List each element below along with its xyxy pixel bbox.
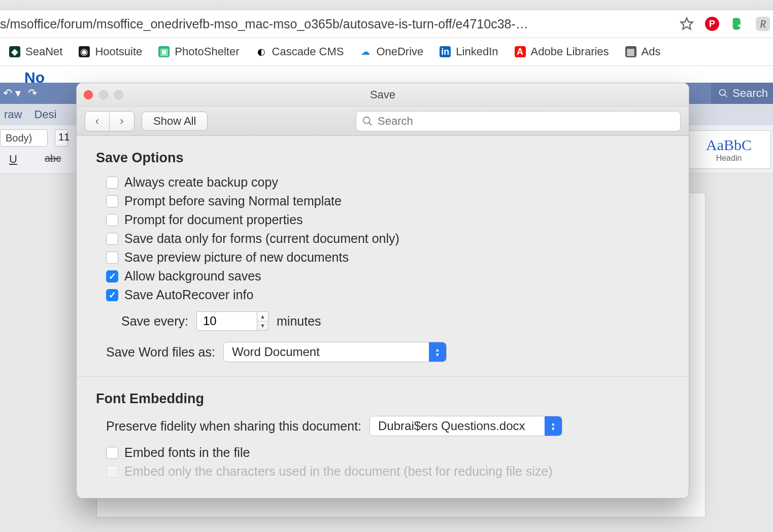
stepper-up-icon[interactable]: ▲	[257, 312, 268, 322]
font-name-combo[interactable]: Body)	[0, 129, 48, 147]
save-option-row: Save data only for forms (current docume…	[106, 231, 669, 246]
show-all-button[interactable]: Show All	[142, 112, 208, 131]
save-option-row: Prompt before saving Normal template	[106, 194, 669, 208]
save-option-label: Always create backup copy	[124, 175, 278, 190]
save-option-checkbox[interactable]	[106, 252, 118, 264]
strike-button[interactable]: abc	[45, 153, 61, 164]
save-option-row: Save preview picture of new documents	[106, 250, 669, 265]
save-option-label: Save data only for forms (current docume…	[124, 231, 399, 246]
save-every-row: Save every: ▲▼ minutes	[121, 311, 669, 331]
bookmark-onedrive[interactable]: ☁ OneDrive	[353, 42, 430, 61]
bookmark-linkedin[interactable]: in LinkedIn	[432, 42, 505, 61]
undo-icon[interactable]: ↶ ▾	[3, 87, 21, 100]
bookmark-icon: ◉	[79, 46, 90, 57]
preserve-label: Preserve fidelity when sharing this docu…	[106, 419, 361, 434]
adobe-icon: A	[515, 46, 526, 57]
search-icon	[718, 88, 728, 98]
minimize-window-button[interactable]	[99, 90, 108, 99]
bookmark-hootsuite[interactable]: ◉ Hootsuite	[72, 42, 149, 61]
font-size-combo[interactable]: 11	[55, 129, 68, 147]
bookmark-photoshelter[interactable]: ▣ PhotoShelter	[151, 42, 246, 61]
word-search[interactable]: Search	[711, 83, 773, 104]
svg-line-2	[725, 95, 727, 97]
evernote-icon[interactable]	[730, 17, 745, 31]
select-caret-icon	[545, 416, 562, 436]
bookmark-label: Cascade CMS	[272, 45, 344, 58]
save-option-checkbox[interactable]	[106, 176, 118, 189]
bookmark-adobe[interactable]: A Adobe Libraries	[508, 42, 616, 61]
save-option-label: Prompt for document properties	[124, 212, 303, 227]
linkedin-icon: in	[440, 46, 451, 57]
browser-tab-strip	[0, 0, 773, 10]
preserve-fidelity-row: Preserve fidelity when sharing this docu…	[106, 416, 669, 436]
embed-fonts-label: Embed fonts in the file	[124, 445, 250, 460]
word-search-placeholder: Search	[732, 87, 768, 100]
save-options-header: Save Options	[96, 150, 669, 166]
save-option-row: Always create backup copy	[106, 175, 669, 190]
save-option-checkbox[interactable]	[106, 195, 118, 207]
preserve-value: Dubrai$ers Questions.docx	[378, 419, 525, 433]
svg-point-3	[363, 117, 370, 123]
bookmark-label: LinkedIn	[456, 45, 498, 58]
preserve-select[interactable]: Dubrai$ers Questions.docx	[369, 416, 562, 436]
tab-design[interactable]: Desi	[34, 108, 56, 121]
save-as-select[interactable]: Word Document	[223, 342, 447, 362]
preferences-body: Save Options Always create backup copyPr…	[77, 136, 689, 493]
preferences-window: Save ‹ › Show All Save Options Always cr…	[76, 83, 689, 499]
search-input[interactable]	[356, 111, 681, 131]
save-option-label: Allow background saves	[124, 269, 261, 283]
save-option-checkbox[interactable]	[106, 233, 118, 245]
save-option-checkbox[interactable]	[106, 289, 118, 301]
save-as-row: Save Word files as: Word Document	[106, 342, 669, 362]
bookmarks-bar: ◆ SeaNet ◉ Hootsuite ▣ PhotoShelter ◐ Ca…	[0, 38, 773, 66]
star-icon[interactable]	[680, 17, 694, 31]
redo-icon[interactable]: ↷	[28, 87, 37, 100]
window-title: Save	[370, 88, 395, 101]
bookmark-seanet[interactable]: ◆ SeaNet	[2, 42, 70, 61]
bookmark-icon: ▦	[625, 46, 636, 57]
zoom-window-button[interactable]	[114, 90, 123, 99]
bookmark-icon: ◆	[9, 46, 20, 57]
forward-button[interactable]: ›	[110, 112, 134, 131]
browser-omnibox-row: s/msoffice/forum/msoffice_onedrivefb-mso…	[0, 10, 773, 38]
stepper-down-icon[interactable]: ▼	[257, 322, 268, 331]
svg-marker-0	[681, 18, 692, 29]
style-label: Headin	[716, 154, 742, 163]
bookmark-label: PhotoShelter	[175, 45, 239, 58]
browser-url[interactable]: s/msoffice/forum/msoffice_onedrivefb-mso…	[0, 17, 674, 31]
save-every-label: Save every:	[121, 314, 188, 329]
style-sample: AaBbC	[706, 136, 752, 154]
save-option-label: Save AutoRecover info	[124, 288, 253, 302]
extension-r-icon[interactable]: R	[756, 17, 770, 31]
pinterest-icon[interactable]: P	[705, 17, 719, 31]
nav-segment: ‹ ›	[85, 111, 135, 131]
embed-subset-checkbox	[106, 466, 118, 478]
select-caret-icon	[429, 342, 446, 362]
back-button[interactable]: ‹	[85, 112, 110, 131]
save-every-stepper[interactable]: ▲▼	[257, 311, 268, 331]
preferences-search	[356, 111, 681, 131]
bookmark-label: SeaNet	[25, 45, 62, 58]
bookmark-icon: ▣	[158, 46, 170, 57]
bookmark-label: Ads	[642, 45, 661, 58]
close-window-button[interactable]	[84, 90, 93, 99]
bookmark-ads[interactable]: ▦ Ads	[618, 42, 668, 61]
save-every-input[interactable]	[196, 311, 257, 331]
save-option-checkbox[interactable]	[106, 214, 118, 226]
bookmark-cascade[interactable]: ◐ Cascade CMS	[249, 42, 351, 61]
save-option-checkbox[interactable]	[106, 270, 118, 282]
svg-line-4	[369, 122, 372, 125]
save-option-row: Save AutoRecover info	[106, 288, 669, 302]
save-every-unit: minutes	[277, 314, 321, 329]
embed-fonts-checkbox[interactable]	[106, 447, 118, 459]
embed-subset-row: Embed only the characters used in the do…	[106, 464, 669, 479]
tab-draw[interactable]: raw	[4, 108, 22, 121]
save-option-label: Save preview picture of new documents	[124, 250, 349, 265]
font-embedding-header: Font Embedding	[96, 391, 669, 407]
bookmark-label: Adobe Libraries	[531, 45, 609, 58]
section-divider	[77, 376, 689, 377]
style-gallery-item[interactable]: AaBbC Headin	[687, 130, 771, 169]
embed-fonts-row: Embed fonts in the file	[106, 445, 669, 460]
underline-button[interactable]: U	[9, 153, 17, 166]
svg-point-1	[720, 90, 726, 96]
